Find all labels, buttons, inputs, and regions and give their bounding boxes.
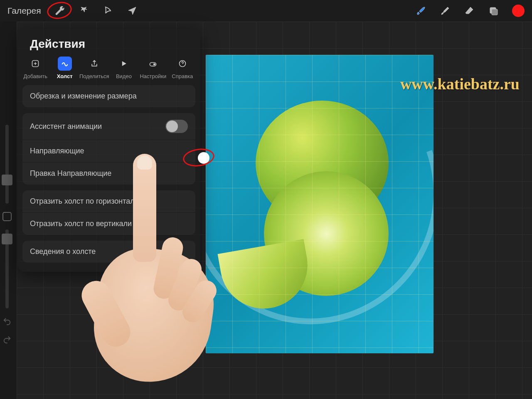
canvas-artwork[interactable] [206, 55, 433, 353]
watermark-text: www.katiebatz.ru [400, 75, 520, 93]
row-drawing-guides[interactable]: Направляющие [22, 140, 195, 163]
actions-panel: Действия Добавить Холст Поделиться Видео… [17, 29, 200, 272]
tab-video[interactable]: Видео [109, 57, 138, 79]
panel-tabs: Добавить Холст Поделиться Видео Настройк… [17, 57, 200, 85]
panel-title: Действия [17, 35, 200, 57]
toolbar-left: Галерея [7, 5, 138, 16]
toggle-animation-assist[interactable] [165, 120, 188, 133]
row-flip-horizontal[interactable]: Отразить холст по горизонтали [22, 190, 195, 213]
left-sidebar [0, 125, 14, 357]
row-animation-assist[interactable]: Ассистент анимации [22, 113, 195, 140]
smudge-icon[interactable] [440, 5, 451, 16]
modify-button[interactable] [2, 212, 12, 221]
wrench-icon[interactable] [54, 5, 65, 16]
row-flip-vertical[interactable]: Отразить холст по вертикали [22, 213, 195, 235]
svg-rect-1 [492, 9, 498, 15]
opacity-slider[interactable] [5, 229, 9, 308]
brush-icon[interactable] [416, 5, 426, 16]
brush-size-slider[interactable] [5, 125, 9, 204]
svg-point-4 [153, 63, 155, 65]
transform-icon[interactable] [127, 5, 138, 16]
selection-icon[interactable] [103, 5, 113, 16]
tab-help[interactable]: Справка [168, 57, 197, 79]
redo-icon[interactable] [2, 335, 12, 346]
tab-share[interactable]: Поделиться [79, 57, 109, 79]
gallery-button[interactable]: Галерея [7, 6, 41, 16]
panel-list: Обрезка и изменение размера Ассистент ан… [17, 85, 200, 263]
adjustments-icon[interactable] [79, 5, 89, 16]
color-picker[interactable] [512, 5, 525, 17]
row-canvas-info[interactable]: Сведения о холсте [22, 241, 195, 263]
top-toolbar: Галерея [0, 0, 532, 22]
undo-icon[interactable] [2, 317, 12, 328]
row-crop-resize[interactable]: Обрезка и изменение размера [22, 85, 195, 107]
toolbar-right [416, 5, 525, 17]
row-edit-guides[interactable]: Правка Направляющие [22, 163, 195, 185]
layers-icon[interactable] [488, 5, 499, 16]
tab-settings[interactable]: Настройки [138, 57, 167, 79]
tab-canvas[interactable]: Холст [50, 57, 79, 79]
tab-add[interactable]: Добавить [21, 57, 50, 79]
eraser-icon[interactable] [464, 5, 475, 16]
